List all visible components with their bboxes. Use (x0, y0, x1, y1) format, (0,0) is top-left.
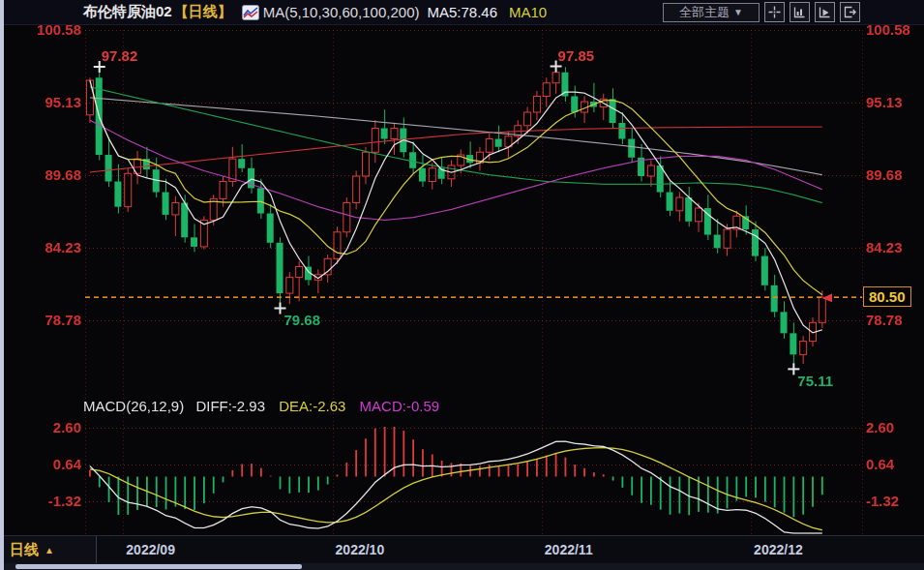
macd-axis-label-right: 0.64 (866, 457, 924, 472)
macd-indicator-header: MACD(26,12,9) DIFF:-2.93 DEA:-2.63 MACD:… (83, 398, 439, 414)
price-axis-label-left: 100.58 (0, 22, 81, 38)
current-price-tag: 80.50 (863, 286, 911, 307)
period-selector-label: 日线 (10, 541, 39, 559)
macd-axis-label-left: 2.60 (0, 420, 81, 435)
price-annotation: 75.11 (797, 374, 833, 388)
play-forward-button[interactable] (815, 2, 835, 22)
exit-view-icon (844, 6, 856, 18)
ma10-value-label: MA10 (509, 4, 547, 20)
price-axis-label-left: 89.68 (0, 167, 81, 183)
x-axis-date: 2022/10 (336, 542, 385, 557)
x-axis-date: 2022/09 (126, 542, 175, 557)
compress-chart-icon (793, 6, 806, 18)
ma5-value-label: MA5:78.46 (427, 4, 497, 20)
price-annotation: 97.85 (558, 48, 595, 63)
crosshair-icon (768, 6, 781, 18)
exit-view-button[interactable] (840, 2, 860, 22)
macd-axis-label-left: 0.64 (0, 457, 81, 472)
theme-dropdown[interactable]: 全部主题 ▼ (663, 3, 760, 22)
price-axis-label-left: 95.13 (0, 95, 81, 110)
compress-chart-button[interactable] (790, 2, 810, 22)
price-axis-label-left: 78.78 (0, 313, 81, 328)
period-selector-arrow-icon: ▲ (45, 545, 54, 555)
price-axis-label-right: 95.13 (866, 95, 924, 110)
x-axis-date: 2022/12 (754, 542, 803, 557)
period-tag: 【日线】 (174, 3, 232, 21)
price-axis-label-right: 89.68 (866, 167, 924, 183)
diff-value-label: DIFF:-2.93 (195, 398, 265, 414)
chart-canvas[interactable] (0, 25, 924, 537)
horizontal-scrollbar[interactable] (4, 563, 924, 570)
price-axis-label-right: 78.78 (866, 313, 924, 328)
macd-axis-label-right: 2.60 (866, 420, 924, 435)
crosshair-button[interactable] (764, 2, 785, 22)
macd-value-label: MACD:-0.59 (360, 398, 440, 414)
header-toolbar: 全部主题 ▼ (663, 2, 860, 22)
macd-axis-label-left: -1.32 (0, 494, 81, 509)
dropdown-arrow-icon: ▼ (733, 7, 743, 17)
scrollbar-thumb[interactable] (15, 564, 302, 569)
theme-dropdown-label: 全部主题 (679, 4, 730, 21)
ma-settings-label: MA(5,10,30,60,100,200) (263, 4, 420, 20)
period-selector[interactable]: 日线 ▲ (4, 536, 97, 563)
price-axis-label-right: 100.58 (866, 22, 924, 38)
time-axis-bar: 日线 ▲ 2022/09 2022/10 2022/11 2022/12 (4, 535, 924, 564)
line-chart-icon (242, 5, 259, 20)
price-annotation: 97.82 (102, 48, 138, 63)
price-annotation: 79.68 (284, 313, 321, 327)
chart-header: 布伦特原油02 【日线】 MA(5,10,30,60,100,200) MA5:… (4, 0, 924, 25)
macd-settings-label: MACD(26,12,9) (83, 398, 184, 414)
price-axis-label-left: 84.23 (0, 240, 81, 255)
dea-value-label: DEA:-2.63 (279, 398, 345, 414)
x-axis-date: 2022/11 (545, 542, 593, 557)
price-axis-label-right: 84.23 (866, 240, 924, 255)
instrument-title: 布伦特原油02 (83, 3, 172, 21)
play-forward-icon (819, 6, 831, 18)
chart-window: 布伦特原油02 【日线】 MA(5,10,30,60,100,200) MA5:… (0, 0, 924, 570)
macd-axis-label-right: -1.32 (866, 494, 924, 509)
